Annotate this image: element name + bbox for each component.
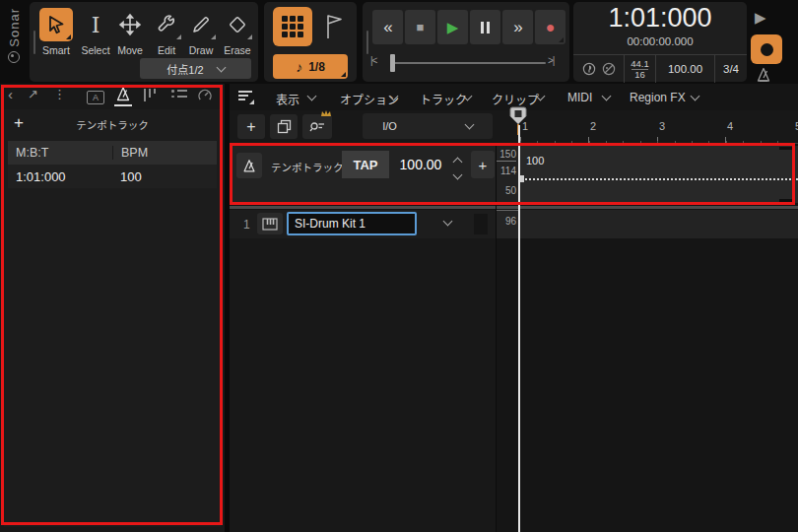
tempo-track-icon-button[interactable] [236, 153, 262, 178]
transport-module: « ■ ▶ » ● |< >| [363, 2, 569, 82]
keyboard-icon [262, 218, 278, 231]
duplicate-track-button[interactable] [270, 114, 298, 139]
instrument-button[interactable] [257, 213, 283, 234]
menu-view[interactable]: 表示 [276, 91, 299, 107]
erase-tool-button[interactable]: Erase [220, 8, 255, 56]
stop-button[interactable]: ■ [405, 10, 435, 44]
measure-label: 3 [659, 120, 665, 132]
record-button[interactable]: ● [535, 10, 565, 44]
secondary-time-display[interactable]: 00:00:00.000 [573, 35, 747, 47]
tempo-value-field[interactable]: 100.00 [391, 151, 450, 178]
move-tool-button[interactable]: Move [112, 8, 148, 56]
sample-rate-cell[interactable]: 44.1 16 [625, 55, 656, 83]
tracks-empty-area[interactable] [230, 238, 496, 532]
panel-menu-button[interactable]: ⋮ [53, 87, 66, 101]
scale-value: 96 [497, 216, 516, 227]
panel-title: テンポトラック [0, 117, 225, 132]
tempo-row-bpm: 100 [112, 169, 142, 184]
chevron-down-icon[interactable] [307, 92, 317, 101]
metronome-icon [114, 87, 132, 101]
play-button[interactable]: ▶ [437, 10, 468, 44]
chevron-down-icon[interactable] [691, 92, 700, 101]
clips-empty-area[interactable] [497, 238, 798, 532]
scale-value: 114 [497, 166, 516, 176]
tap-tempo-button[interactable]: TAP [342, 151, 389, 178]
metronome-icon [755, 67, 772, 83]
primary-time-display[interactable]: 1:01:000 [573, 3, 747, 33]
fast-forward-button[interactable]: » [502, 10, 533, 44]
skip-to-end-icon[interactable]: >| [548, 55, 554, 66]
boxed-a-icon: A [87, 91, 104, 104]
collapse-panel-button[interactable]: ‹ [8, 86, 13, 102]
record-icon: ● [546, 19, 556, 36]
chevron-down-icon[interactable] [443, 217, 453, 227]
metronome-toggle-button[interactable] [755, 67, 772, 83]
add-tempo-node-button[interactable]: + [471, 151, 495, 178]
meter-cell[interactable]: 3/4 [715, 55, 747, 83]
snap-grid-button[interactable] [273, 7, 312, 46]
module-drag-handle[interactable] [33, 31, 35, 54]
chevron-left-icon: ‹ [8, 86, 13, 102]
menu-track[interactable]: トラック [420, 91, 467, 107]
pause-button[interactable] [470, 10, 500, 44]
tempo-cell[interactable]: 100.00 [656, 55, 715, 83]
menu-region-fx[interactable]: Region FX [630, 91, 686, 104]
list-icon [171, 90, 187, 98]
sonar-brand: Sonar [0, 0, 28, 84]
track-mini-control[interactable] [474, 214, 488, 234]
grid-icon [282, 16, 303, 37]
menu-midi[interactable]: MIDI [567, 91, 592, 104]
tab-articulations[interactable]: A [87, 89, 104, 104]
tempo-lane[interactable]: 100 [519, 146, 798, 203]
snap-resolution-button[interactable]: ♪ 1/8 [273, 54, 348, 79]
timeline-ruler[interactable]: 1 2 3 4 5 [496, 110, 798, 144]
kebab-icon: ⋮ [53, 87, 66, 101]
track-splitter[interactable] [230, 206, 798, 209]
select-tool-button[interactable]: I Select [78, 8, 113, 56]
chevron-down-icon[interactable] [602, 92, 612, 101]
col-mbt[interactable]: M:B:T [8, 146, 112, 160]
playhead-marker[interactable] [508, 106, 528, 126]
play-icon: ▶ [447, 19, 459, 36]
smart-tool-button[interactable]: Smart [38, 8, 74, 56]
tempo-node[interactable] [519, 175, 524, 182]
add-track-button[interactable]: + [237, 114, 265, 139]
stop-icon: ■ [417, 20, 425, 34]
io-dropdown[interactable]: I/O [363, 113, 493, 139]
drum-track-lane[interactable] [519, 210, 798, 238]
landmark-flag-button[interactable] [321, 12, 347, 41]
track-filter-button[interactable] [302, 114, 332, 139]
bars-icon [144, 89, 146, 101]
track-name-input[interactable]: SI-Drum Kit 1 [287, 212, 417, 235]
scrub-slider-track[interactable] [390, 62, 546, 64]
playhead-line[interactable] [518, 125, 520, 532]
rewind-button[interactable]: « [372, 10, 403, 44]
tempo-table-row[interactable]: 1:01:000 100 [8, 165, 217, 188]
tempo-spin-down[interactable] [454, 165, 461, 182]
performance-meter-icon[interactable] [602, 62, 616, 76]
edit-tool-button[interactable]: Edit [149, 8, 184, 56]
scrub-slider-thumb[interactable] [390, 54, 395, 72]
app-window: Sonar Smart I Select [0, 0, 798, 532]
popout-panel-button[interactable]: ↗ [28, 87, 38, 101]
menu-clip[interactable]: クリップ [492, 91, 539, 107]
draw-tool-button[interactable]: Draw [183, 8, 219, 56]
tab-meters[interactable] [144, 89, 156, 101]
top-toolbar: Sonar Smart I Select [0, 0, 798, 84]
module-drag-handle[interactable] [366, 31, 368, 54]
snap-module: ♪ 1/8 [264, 2, 357, 82]
sync-status-icon[interactable] [582, 62, 596, 76]
tab-markers[interactable] [171, 90, 187, 98]
track-view: 表示 オプション トラック クリップ MIDI Region FX + [230, 84, 798, 532]
drum-track-header[interactable]: 1 SI-Drum Kit 1 [230, 210, 496, 238]
tab-gauge[interactable] [197, 88, 213, 103]
tempo-envelope-line[interactable] [522, 178, 798, 180]
track-view-menu-button[interactable] [238, 91, 254, 102]
skip-to-start-icon[interactable]: |< [370, 55, 376, 66]
tab-tempo[interactable] [114, 87, 132, 106]
hamburger-sort-icon [238, 91, 254, 102]
duration-dropdown[interactable]: 付点1/2 [140, 58, 251, 79]
record-arm-button[interactable] [751, 34, 782, 64]
mini-play-button[interactable]: ▶ [755, 9, 766, 27]
col-bpm[interactable]: BPM [112, 146, 148, 160]
